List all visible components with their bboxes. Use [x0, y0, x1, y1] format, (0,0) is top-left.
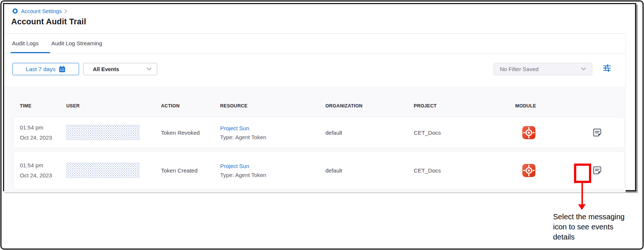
event-time: 01:54 pm [20, 162, 43, 168]
organization-cell: default [325, 117, 414, 148]
user-cell [66, 152, 161, 189]
resource-type: Type: Agent Token [220, 134, 266, 140]
resource-cell: Project Sun Type: Agent Token [220, 117, 325, 148]
table-row: 01:54 pm Oct 24, 2023 Token Revoked Proj… [13, 117, 625, 148]
calendar-icon [59, 66, 66, 73]
details-cell [562, 152, 625, 189]
project-cell: CET_Docs [414, 152, 515, 189]
time-cell: 01:54 pm Oct 24, 2023 [13, 117, 66, 148]
callout-arrow [581, 183, 583, 205]
saved-filter-value: No Filter Saved [500, 66, 538, 72]
user-cell [66, 117, 161, 148]
tab-audit-logs[interactable]: Audit Logs [12, 40, 39, 46]
event-date: Oct 24, 2023 [20, 172, 52, 179]
column-header-resource: RESOURCE [220, 103, 325, 109]
details-cell [562, 117, 625, 148]
redacted-user-box [67, 163, 139, 178]
message-icon[interactable] [592, 127, 602, 138]
divider [4, 53, 625, 54]
error-tracking-module-icon [522, 126, 535, 139]
callout-highlight-box [574, 164, 591, 183]
column-header-time: TIME [13, 103, 66, 109]
action-cell: Token Revoked [161, 117, 220, 148]
module-cell [515, 152, 562, 189]
breadcrumb[interactable]: Account Settings [12, 8, 67, 14]
date-range-label: Last 7 days [26, 66, 55, 73]
resource-cell: Project Sun Type: Agent Token [220, 152, 325, 189]
action-cell: Token Created [161, 152, 220, 189]
breadcrumb-chevron-icon [64, 9, 67, 13]
column-header-module: MODULE [515, 103, 562, 109]
gear-icon [12, 8, 18, 14]
page-title: Account Audit Trail [11, 17, 86, 27]
organization-cell: default [325, 152, 414, 189]
tab-audit-log-streaming[interactable]: Audit Log Streaming [51, 40, 102, 46]
column-header-organization: ORGANIZATION [325, 103, 414, 109]
column-header-details [562, 103, 625, 109]
table-header-row: TIME USER ACTION RESOURCE ORGANIZATION P… [13, 103, 625, 109]
error-tracking-module-icon [522, 164, 535, 177]
column-header-project: PROJECT [414, 103, 515, 109]
chevron-down-icon [147, 67, 152, 71]
project-cell: CET_Docs [414, 117, 515, 148]
column-header-user: USER [66, 103, 161, 109]
chevron-down-icon [581, 67, 586, 71]
resource-type: Type: Agent Token [220, 172, 266, 178]
event-time: 01:54 pm [20, 124, 43, 131]
sliders-icon [602, 64, 611, 73]
column-header-action: ACTION [161, 103, 220, 109]
resource-link[interactable]: Project Sun [220, 125, 249, 131]
events-filter-dropdown[interactable]: All Events [83, 63, 157, 75]
event-date: Oct 24, 2023 [20, 134, 52, 141]
breadcrumb-link-account-settings[interactable]: Account Settings [21, 8, 62, 14]
message-icon[interactable] [592, 165, 602, 176]
content-right-edge [625, 33, 626, 192]
divider [4, 33, 625, 34]
date-range-button[interactable]: Last 7 days [12, 63, 79, 75]
saved-filter-dropdown[interactable]: No Filter Saved [493, 63, 592, 75]
events-filter-value: All Events [93, 66, 119, 72]
table-row: 01:54 pm Oct 24, 2023 Token Created Proj… [13, 152, 625, 189]
annotation-text: Select the messaging icon to see events … [553, 212, 627, 242]
time-cell: 01:54 pm Oct 24, 2023 [13, 152, 66, 189]
redacted-user-box [67, 125, 139, 140]
module-cell [515, 117, 562, 148]
resource-link[interactable]: Project Sun [220, 163, 249, 169]
advanced-filters-button[interactable] [602, 63, 612, 73]
app-screenshot-frame: Account Settings Account Audit Trail Aud… [3, 3, 636, 191]
callout-arrow-head [578, 204, 586, 210]
